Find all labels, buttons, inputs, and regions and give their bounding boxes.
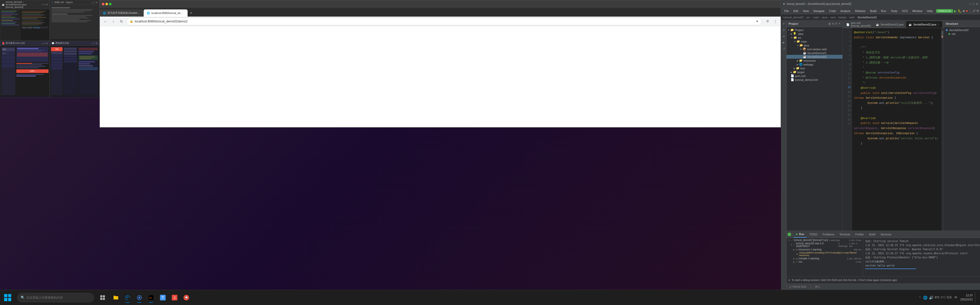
- network-icon[interactable]: 🌐: [923, 295, 928, 300]
- debug-button[interactable]: 🐛: [958, 9, 962, 13]
- start-button[interactable]: [0, 290, 15, 305]
- structure-item-init[interactable]: ▶ init: [945, 32, 980, 36]
- run-tab-profiler[interactable]: Profiler: [853, 231, 867, 238]
- menu-file[interactable]: File: [782, 9, 791, 13]
- menu-help[interactable]: Help: [925, 9, 935, 13]
- tab-servlet1[interactable]: ☕ ServletDemo01.java: [873, 21, 906, 28]
- tree-item-src[interactable]: ▼ 📁 src: [787, 36, 842, 40]
- git-icon-left[interactable]: ⎇: [781, 46, 786, 51]
- structure-item-class[interactable]: ◉ ServletDemo02: [945, 28, 980, 32]
- tree-item-pom[interactable]: 📄 pom.xml: [787, 74, 842, 78]
- run-tab-services[interactable]: Services: [878, 231, 894, 238]
- tab-servlet2[interactable]: ☕ ServletDemo02.java ✕: [906, 21, 942, 28]
- taskbar-edge[interactable]: [122, 292, 133, 303]
- language-indicator[interactable]: 中: [953, 295, 958, 300]
- menu-navigate[interactable]: Navigate: [811, 9, 826, 13]
- menu-view[interactable]: View: [801, 9, 811, 13]
- minimize-button[interactable]: [105, 3, 108, 5]
- menu-run[interactable]: Run: [879, 9, 888, 13]
- git-branch-indicator[interactable]: ⎇ GitHub Dark: [789, 285, 807, 288]
- favorites-icon[interactable]: ★: [781, 34, 786, 39]
- idea-titlebar: ■ tomcat_demo02 – ServletDemo02.java [to…: [781, 0, 980, 8]
- build-item-compile[interactable]: ▶ ⚠ compile 1 warning 1 sec, 399 ms: [787, 257, 862, 260]
- structure-icon[interactable]: S: [781, 27, 786, 33]
- idea-maximize[interactable]: □: [973, 3, 974, 5]
- menu-analyze[interactable]: Analyze: [838, 9, 853, 13]
- idea-main: Project ◧ ⊞ ⚙ ✕ ▼ 📁: [787, 21, 980, 290]
- menu-code[interactable]: Code: [827, 9, 838, 13]
- project-close-icon[interactable]: ✕: [838, 22, 840, 25]
- project-collapse-icon[interactable]: ◧: [829, 22, 831, 25]
- show-desktop-button[interactable]: [975, 292, 977, 303]
- taskbar-clock[interactable]: 12:37 2022/2/21: [960, 294, 973, 302]
- close-button[interactable]: [102, 3, 104, 5]
- run-panel-tabs: ▶ Run TODO Problems Terminal: [787, 231, 980, 238]
- menu-edit[interactable]: Edit: [791, 9, 800, 13]
- settings-button[interactable]: ⚙: [977, 9, 979, 13]
- taskbar-explorer[interactable]: [110, 292, 121, 303]
- build-item-resources[interactable]: ▶ ⚠ resources 1 warning 696 ms: [787, 248, 862, 251]
- tab-pomxml[interactable]: 📄 pom.xml (tomcat_demo02): [844, 21, 873, 28]
- tree-item-servlet2[interactable]: ☕ ServletDemo02: [787, 55, 842, 59]
- tree-item-main[interactable]: ▼ 📁 main: [787, 40, 842, 43]
- taskbar-java[interactable]: J: [169, 292, 180, 303]
- tree-item-webapp[interactable]: ▶ 🌐 webapp: [787, 62, 842, 66]
- ide-thumbnail[interactable]: ☕ tomcat_demo02 – ServletDemo02.java [to…: [0, 0, 50, 41]
- tab-close-icon[interactable]: ✕: [938, 23, 940, 26]
- menu-build[interactable]: Build: [868, 9, 878, 13]
- tree-item-idea[interactable]: ▶ 💡 .idea: [787, 32, 842, 36]
- menu-tools[interactable]: Tools: [889, 9, 899, 13]
- tray-expand-button[interactable]: ^: [918, 295, 921, 300]
- run-config-selector[interactable]: TOMCAT 81: [936, 9, 953, 13]
- search-input[interactable]: [26, 296, 77, 299]
- taskbar-search[interactable]: 🔍: [18, 293, 94, 302]
- tree-item-iml[interactable]: 📄 tomcat_demo2.iml: [787, 78, 842, 82]
- idea-breadcrumb: tomcat_demo02 › src › main › java › com …: [781, 14, 980, 21]
- code-content[interactable]: @WebServlet("/demo2") public class Servl…: [852, 28, 941, 230]
- run-tab-build[interactable]: Build: [867, 231, 878, 238]
- tree-item-resources[interactable]: ▶ 📁 resources: [787, 59, 842, 62]
- tree-item-java[interactable]: ▼ 📂 java: [787, 43, 842, 47]
- build-item-run[interactable]: ▶ ✓ run 1 min: [787, 260, 862, 264]
- build-item-root[interactable]: ▼ ✓ tomcat_demo02 [tomcat7:run] 2 warnin…: [787, 238, 862, 242]
- typora-thumbnail[interactable]: T 文档1.md - Typora ─ □ ✕: [50, 0, 100, 41]
- tree-item-test[interactable]: ▶ 📁 test: [787, 66, 842, 70]
- task-view-button[interactable]: [97, 292, 108, 303]
- idea-close[interactable]: ✕: [976, 3, 978, 5]
- taskbar-typora[interactable]: T: [157, 292, 169, 303]
- maximize-button[interactable]: [109, 3, 111, 5]
- idea-minimize[interactable]: ─: [969, 3, 971, 5]
- build-item-warn[interactable]: ⚠ Using platform encoding (UTF-8 actuall…: [787, 251, 862, 257]
- thumbnail-panel: ☕ tomcat_demo02 – ServletDemo02.java [to…: [0, 0, 100, 290]
- run-tab-run[interactable]: ▶ Run: [794, 231, 807, 238]
- menu-window[interactable]: Window: [910, 9, 924, 13]
- java-edu-thumbnail[interactable]: 📕 黑马教育JAVA (25) ─ □ ✕ 课程: [0, 41, 50, 97]
- git-button[interactable]: ⎇: [972, 9, 975, 13]
- stop-button[interactable]: ■: [966, 9, 968, 13]
- profile-button[interactable]: ◉: [963, 10, 965, 12]
- run-button[interactable]: ▶: [954, 9, 957, 13]
- project-icon[interactable]: P: [781, 21, 786, 27]
- menu-refactor[interactable]: Refactor: [853, 9, 868, 13]
- project-settings-icon[interactable]: ⚙: [835, 22, 837, 25]
- run-tab-problems[interactable]: Problems: [820, 231, 837, 238]
- project-expand-icon[interactable]: ⊞: [832, 22, 834, 25]
- tree-item-package[interactable]: ▼ 📦 com.taotao.web: [787, 47, 842, 51]
- tree-item-servlet1[interactable]: ☕ ServletDemo01: [787, 51, 842, 55]
- menu-vcs[interactable]: VCS: [900, 9, 910, 13]
- weather-widget[interactable]: 8°C 8°C 薄雾: [935, 295, 952, 299]
- code-editor[interactable]: 1 2 3 4 5 6 7 8 9 10 11: [843, 28, 943, 230]
- run-icon-left[interactable]: ▶: [781, 40, 786, 45]
- run-play-button[interactable]: [788, 233, 791, 236]
- run-tab-todo[interactable]: TODO: [807, 231, 820, 238]
- tree-item-target[interactable]: ▶ 📁 target: [787, 70, 842, 74]
- editor-scrollbar[interactable]: [941, 28, 943, 230]
- taskbar-chrome[interactable]: [134, 292, 145, 303]
- taskbar-chat[interactable]: 💬: [181, 292, 192, 303]
- build-item-tomcat[interactable]: ▼ ✓ tomcat_demo02.war:1.0-SNAPSHOT 2 war…: [787, 242, 862, 248]
- tree-item-project[interactable]: ▼ 📁 Project: [787, 28, 842, 32]
- run-tab-terminal[interactable]: Terminal: [837, 231, 853, 238]
- qq-thumbnail[interactable]: 💬 网络聊天内容 ─ □ ✕ 消息: [50, 41, 100, 97]
- taskbar-intellij[interactable]: IJ: [145, 292, 157, 303]
- volume-icon[interactable]: 🔊: [929, 295, 933, 300]
